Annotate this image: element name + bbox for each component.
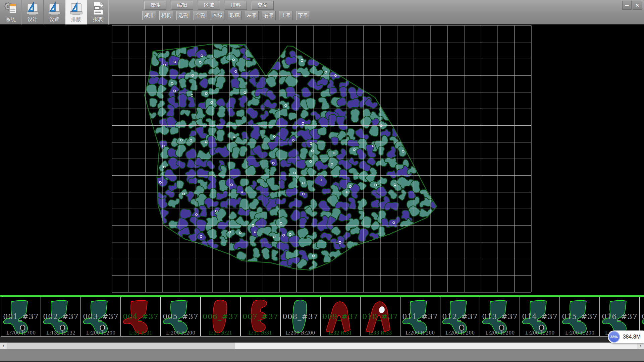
- memory-status-badge: 38% 384.8M: [608, 330, 644, 343]
- piece-thumbnail-cell[interactable]: 014_#37 L:200 R:200: [520, 297, 560, 337]
- piece-thumbnail-cell[interactable]: 006_#37 L:21 R:21: [201, 297, 240, 337]
- window-controls: ─ ✕: [622, 1, 642, 10]
- tool-button[interactable]: 全割: [194, 11, 207, 20]
- scroll-left-arrow-icon[interactable]: ‹: [0, 343, 7, 349]
- tool-button[interactable]: 左靠: [245, 11, 259, 20]
- piece-thumbnail-cell[interactable]: 007_#37 L:31 R:31: [240, 297, 280, 337]
- piece-shape-preview: [361, 297, 400, 336]
- menu-tab[interactable]: 排料: [225, 1, 247, 10]
- piece-thumbnail-strip: 001_#37 L:700 R:700 002_#37 L:132 R:132 …: [0, 297, 644, 337]
- triangle-ruler-icon: [69, 1, 83, 16]
- piece-thumbnail-cell[interactable]: 003_#37 L:200 R:200: [81, 297, 121, 337]
- tool-button-bar: 聚排 相机 选割 全割 区域 瑕疵 左靠 右靠 上靠 下靠: [142, 11, 310, 20]
- piece-shape-preview: [41, 297, 80, 336]
- piece-thumbnail-cell[interactable]: 010_#37 L:33 R:33: [360, 297, 400, 337]
- tool-button[interactable]: 下靠: [296, 11, 310, 20]
- memory-value-label: 384.8M: [623, 334, 641, 340]
- main-button-bar: 系统 设计: [0, 0, 109, 24]
- tool-button[interactable]: 聚排: [142, 11, 156, 20]
- scroll-right-arrow-icon[interactable]: ›: [637, 343, 644, 349]
- tool-button[interactable]: 瑕疵: [228, 11, 241, 20]
- piece-shape-preview: [121, 297, 160, 336]
- main-button[interactable]: 设置: [44, 0, 65, 24]
- piece-shape-preview: [400, 297, 440, 336]
- menu-tab[interactable]: 交互: [252, 1, 274, 10]
- tool-button[interactable]: 选割: [176, 11, 190, 20]
- triangle-ruler-icon: [47, 1, 61, 16]
- main-button[interactable]: 排版: [65, 0, 87, 24]
- scrollbar-thumb[interactable]: [7, 343, 235, 349]
- close-button[interactable]: ✕: [633, 1, 642, 10]
- tool-button[interactable]: 区域: [211, 11, 224, 20]
- tool-button[interactable]: 右靠: [262, 11, 276, 20]
- piece-shape-preview: [241, 297, 280, 336]
- progress-percent-badge: 38%: [608, 331, 620, 343]
- piece-shape-preview: [560, 297, 599, 336]
- menu-tab[interactable]: 编辑: [171, 1, 193, 10]
- main-button-label: 设置: [49, 16, 59, 23]
- toolbar: 系统 设计: [0, 0, 644, 24]
- piece-shape-preview: [1, 297, 41, 336]
- main-button[interactable]: 设计: [22, 0, 44, 24]
- horizontal-scrollbar[interactable]: ‹ ›: [0, 343, 644, 349]
- system-gear-icon: [4, 1, 18, 16]
- piece-shape-preview: [440, 297, 480, 336]
- menu-tab[interactable]: 属性: [144, 1, 166, 10]
- piece-shape-preview: [81, 297, 120, 336]
- triangle-ruler-icon: [25, 1, 40, 16]
- main-button-label: 排版: [71, 16, 81, 23]
- piece-thumbnail-cell[interactable]: 005_#37 L:200 R:200: [161, 297, 201, 337]
- piece-thumbnail-cell[interactable]: 002_#37 L:132 R:132: [41, 297, 81, 337]
- piece-shape-preview: [201, 297, 240, 336]
- piece-thumbnail-cell[interactable]: 015_#37 L:200 R:200: [560, 297, 600, 337]
- tool-button[interactable]: 上靠: [279, 11, 293, 20]
- main-button[interactable]: 系统: [0, 0, 22, 24]
- piece-thumbnail-cell[interactable]: 001_#37 L:700 R:700: [1, 297, 41, 337]
- piece-thumbnail-cell[interactable]: 013_#37 L:200 R:200: [480, 297, 520, 337]
- piece-shape-preview: [161, 297, 200, 336]
- menu-tab[interactable]: 区域: [198, 1, 220, 10]
- strip-gap: [0, 337, 644, 343]
- piece-shape-preview: [520, 297, 559, 336]
- report-document-icon: [91, 1, 105, 16]
- main-button-label: 系统: [6, 16, 16, 23]
- piece-thumbnail-cell[interactable]: 012_#37 L:200 R:200: [440, 297, 480, 337]
- main-button[interactable]: 报表: [87, 0, 109, 24]
- status-bar: [0, 349, 644, 362]
- piece-thumbnail-cell[interactable]: 011_#37 L:200 R:200: [400, 297, 440, 337]
- piece-shape-preview: [480, 297, 520, 336]
- app-window: 系统 设计: [0, 0, 644, 362]
- main-button-label: 设计: [28, 16, 38, 23]
- tool-button[interactable]: 相机: [159, 11, 173, 20]
- main-button-label: 报表: [93, 16, 103, 23]
- menu-tab-bar: 属性 编辑 区域 排料 交互: [144, 1, 274, 10]
- piece-thumbnail-cell[interactable]: 009_#37 L:32 R:31: [320, 297, 360, 337]
- nesting-canvas[interactable]: [0, 24, 644, 296]
- piece-thumbnail-cell[interactable]: 004_#37 L:31 R:31: [121, 297, 161, 337]
- piece-shape-preview: [321, 297, 360, 336]
- minimize-button[interactable]: ─: [622, 1, 632, 10]
- nesting-layout-drawing: [0, 24, 644, 296]
- piece-thumbnail-cell[interactable]: 008_#37 L:200 R:200: [280, 297, 320, 337]
- piece-shape-preview: [281, 297, 320, 336]
